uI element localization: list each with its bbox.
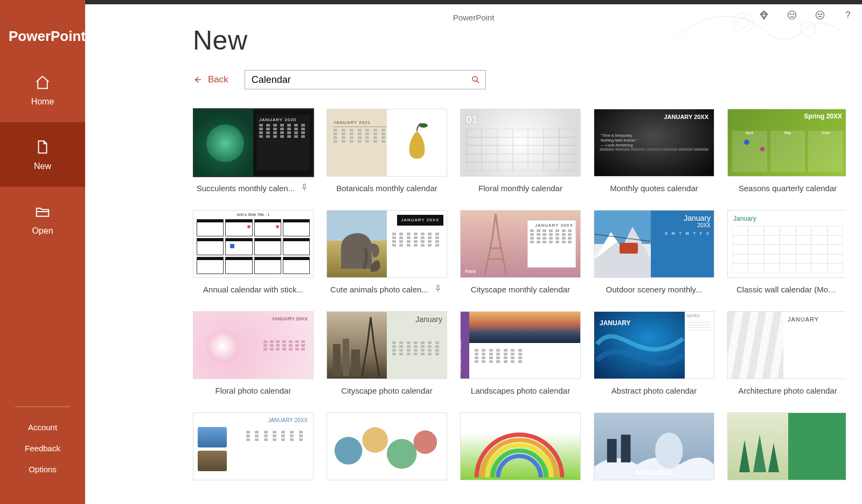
template-card-landscapes[interactable]: JANUARY 2019 Landscapes photo calendar	[460, 311, 581, 396]
sidebar: PowerPoint Home New Open	[0, 0, 85, 504]
svg-point-18	[387, 439, 417, 469]
template-card-cityscape-monthly[interactable]: JANUARY 20XX Paris Cityscape monthly cal…	[460, 210, 581, 295]
template-card-outdoor[interactable]: January 20XX S M T W T F S Outdoor scene…	[594, 210, 714, 295]
template-label: Abstract photo calendar	[611, 386, 697, 395]
svg-point-7	[818, 14, 819, 15]
smile-icon[interactable]	[785, 9, 798, 22]
svg-rect-20	[607, 439, 617, 463]
template-label: Botanicals monthly calendar	[336, 184, 437, 193]
sidebar-item-label: Open	[32, 226, 53, 236]
back-label: Back	[208, 74, 228, 85]
svg-rect-14	[343, 339, 349, 376]
template-card-row4e[interactable]	[727, 412, 846, 480]
search-button[interactable]	[469, 73, 482, 86]
watercolor-illustration	[327, 413, 447, 480]
svg-rect-11	[620, 243, 638, 254]
template-card-row4a[interactable]: JANUARY 20XX	[193, 412, 314, 480]
template-card-floralphoto[interactable]: JANUARY 20XX Floral photo calendar	[193, 311, 314, 396]
template-label: Annual calendar with stick...	[203, 285, 303, 294]
svg-point-5	[793, 14, 794, 15]
template-card-cityscape-photo[interactable]: January Cityscape photo calendar	[326, 311, 447, 396]
sidebar-nav: Home New Open	[0, 58, 85, 251]
template-label: Outdoor scenery monthly...	[606, 285, 703, 294]
sidebar-item-label: Home	[31, 97, 54, 107]
thumb-title: Winter 20XX	[635, 469, 673, 477]
pin-icon[interactable]	[300, 183, 310, 193]
brand-label: PowerPoint	[0, 0, 85, 58]
thumb-title: JANUARY 2021	[333, 120, 388, 125]
template-card-abstract[interactable]: JANUARY NOTES Abstract photo calendar	[594, 311, 714, 396]
thumb-title: JANUARY 2019	[460, 340, 462, 371]
svg-point-8	[821, 14, 822, 15]
premium-icon[interactable]	[757, 9, 770, 22]
template-card-arch[interactable]: JANUARY Architecture photo calendar	[727, 311, 846, 396]
template-label: Landscapes photo calendar	[471, 386, 570, 395]
svg-rect-13	[333, 344, 340, 376]
sidebar-item-home[interactable]: Home	[0, 58, 85, 122]
template-grid: JANUARY 2020 Succulents monthly calen...	[193, 109, 846, 480]
svg-point-17	[362, 427, 388, 453]
city-illustration	[327, 312, 387, 379]
content: New Back	[193, 25, 846, 504]
svg-rect-15	[351, 349, 360, 376]
svg-point-16	[335, 437, 363, 465]
template-label: Monthly quotes calendar	[610, 184, 698, 193]
template-label: Floral monthly calendar	[478, 184, 562, 193]
window-topstrip	[85, 0, 862, 4]
svg-point-19	[414, 430, 437, 454]
template-card-seasons[interactable]: Spring 20XX April May June Seasons quart…	[727, 109, 846, 194]
rainbow-illustration	[461, 413, 580, 480]
thumb-title: JANUARY 2020	[259, 117, 307, 122]
template-card-row4d[interactable]: Winter 20XX	[594, 412, 714, 480]
thumb-title: JANUARY 20XX	[400, 218, 441, 222]
main: PowerPoint ? New Back	[85, 0, 862, 504]
thumb-title: January	[387, 312, 447, 327]
svg-point-10	[419, 123, 428, 128]
template-label: Succulents monthly calen...	[197, 184, 295, 193]
svg-point-3	[788, 11, 796, 19]
back-link[interactable]: Back	[193, 74, 228, 85]
svg-rect-21	[621, 435, 631, 463]
template-label: Seasons quarterly calendar	[739, 184, 837, 193]
sidebar-item-account[interactable]: Account	[28, 423, 57, 432]
template-card-annual[interactable]: Add a Slide Title - 1	[193, 210, 314, 295]
template-card-botanical[interactable]: JANUARY 2021	[326, 109, 447, 194]
app-title: PowerPoint	[453, 13, 495, 22]
thumb-title: JANUARY 20XX	[271, 316, 308, 321]
template-card-animals[interactable]: JANUARY 20XX Cute animals photo calen...	[326, 210, 447, 295]
template-card-quotes[interactable]: JANUARY 20XX "Time is temporary.Nothing …	[594, 109, 714, 194]
template-label: Architecture photo calendar	[738, 386, 837, 395]
sidebar-item-feedback[interactable]: Feedback	[25, 444, 60, 453]
mountain-illustration	[594, 211, 655, 278]
template-label: Cityscape photo calendar	[341, 386, 432, 395]
frown-icon[interactable]	[814, 9, 826, 22]
template-card-floral-monthly[interactable]: 01 Floral monthly calendar	[460, 109, 581, 194]
template-card-row4c[interactable]	[460, 412, 581, 480]
template-label: Floral photo calendar	[215, 386, 291, 395]
home-icon	[33, 73, 52, 92]
search-box	[245, 70, 486, 89]
help-icon[interactable]: ?	[842, 9, 854, 22]
template-card-succulents[interactable]: JANUARY 2020 Succulents monthly calen...	[193, 109, 314, 194]
template-card-row4b[interactable]	[326, 412, 447, 480]
sidebar-item-new[interactable]: New	[0, 122, 85, 187]
new-file-icon	[33, 138, 52, 156]
svg-point-9	[472, 76, 477, 81]
sidebar-item-label: New	[34, 162, 51, 171]
sidebar-item-open[interactable]: Open	[0, 187, 85, 251]
sidebar-item-options[interactable]: Options	[29, 465, 57, 474]
thumb-title: JANUARY 20XX	[268, 417, 308, 423]
template-label: Cute animals photo calen...	[330, 285, 428, 294]
template-label: Classic wall calendar (Mon...	[736, 285, 839, 294]
thumb-title: January	[654, 214, 711, 222]
thumb-title: January	[733, 215, 756, 222]
search-input[interactable]	[245, 71, 485, 89]
thumb-title: 01	[466, 114, 478, 126]
template-card-classic[interactable]: January Classic wall calendar (Mon...	[727, 210, 846, 295]
open-folder-icon	[33, 202, 52, 221]
thumb-title: JANUARY 20XX	[664, 114, 708, 120]
svg-point-22	[655, 432, 683, 468]
pin-icon[interactable]	[434, 284, 443, 294]
svg-line-12	[595, 234, 654, 242]
elephant-illustration	[329, 213, 388, 277]
